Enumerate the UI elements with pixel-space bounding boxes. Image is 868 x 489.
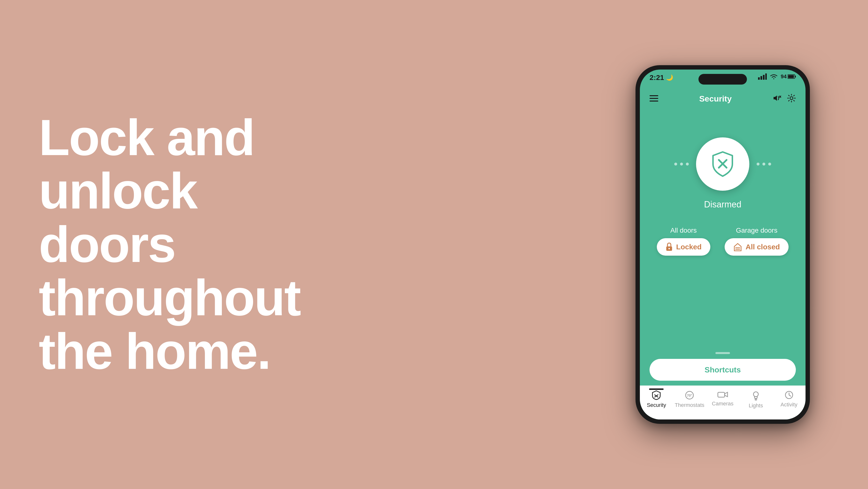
settings-button[interactable] — [787, 94, 796, 104]
battery-percent: 94 — [781, 74, 786, 80]
menu-button[interactable] — [650, 94, 658, 104]
lights-nav-icon — [751, 391, 760, 401]
svg-point-12 — [790, 97, 793, 99]
cameras-nav-label: Cameras — [712, 401, 733, 407]
lights-nav-label: Lights — [749, 402, 763, 409]
nav-item-activity[interactable]: Activity — [772, 391, 806, 408]
svg-rect-2 — [763, 75, 765, 80]
svg-rect-9 — [650, 100, 658, 102]
dots-right — [756, 163, 771, 166]
status-time: 2:21 🌙 — [650, 74, 673, 82]
thermostats-nav-icon: 70° — [685, 391, 694, 400]
nav-item-thermostats[interactable]: 70° Thermostats — [673, 391, 706, 408]
main-content: Disarmed All doors Locked — [640, 108, 806, 359]
shield-x-icon — [711, 151, 735, 177]
lock-icon — [665, 242, 673, 251]
dynamic-island — [699, 74, 747, 85]
nav-item-lights[interactable]: Lights — [739, 391, 772, 409]
svg-rect-0 — [758, 77, 760, 80]
thermostats-nav-label: Thermostats — [675, 402, 704, 408]
activity-nav-label: Activity — [781, 402, 798, 408]
page-title: Security — [699, 94, 732, 104]
security-status-label: Disarmed — [704, 199, 741, 210]
signal-icon — [758, 74, 767, 80]
doors-section: All doors Locked Garage doors — [650, 227, 796, 256]
svg-text:70°: 70° — [687, 394, 692, 397]
left-text-section: Lock and unlock doors throughout the hom… — [0, 111, 601, 378]
garage-doors-status: All closed — [745, 243, 780, 251]
app-header: Security — [640, 89, 806, 108]
phone-device: 2:21 🌙 — [636, 65, 810, 424]
activity-nav-icon — [784, 391, 794, 400]
svg-rect-1 — [761, 76, 762, 80]
header-actions — [773, 94, 796, 104]
svg-rect-6 — [788, 75, 794, 78]
shortcuts-button[interactable]: Shortcuts — [650, 359, 796, 381]
dots-left — [674, 163, 689, 166]
security-status-section — [674, 137, 771, 191]
headline: Lock and unlock doors throughout the hom… — [39, 111, 300, 378]
volume-button[interactable] — [773, 94, 781, 103]
bottom-nav: Security 70° Thermostats — [640, 385, 806, 420]
security-nav-icon — [651, 391, 661, 400]
svg-rect-18 — [735, 249, 740, 250]
all-doors-status: Locked — [676, 243, 702, 251]
svg-rect-3 — [765, 74, 767, 80]
garage-doors-button[interactable]: All closed — [724, 238, 788, 256]
shortcuts-label: Shortcuts — [705, 366, 741, 374]
status-icons: 94 — [758, 74, 796, 80]
wifi-icon — [770, 74, 778, 80]
svg-point-24 — [753, 392, 758, 397]
svg-rect-7 — [650, 95, 658, 96]
scroll-indicator — [715, 352, 730, 354]
garage-icon — [733, 242, 742, 251]
svg-point-16 — [669, 248, 670, 249]
garage-doors-item: Garage doors All closed — [724, 227, 788, 256]
svg-rect-5 — [795, 76, 796, 78]
nav-item-cameras[interactable]: Cameras — [706, 391, 739, 407]
phone-container: 2:21 🌙 — [601, 65, 868, 424]
battery-group: 94 — [781, 74, 796, 80]
cameras-nav-icon — [717, 391, 728, 399]
moon-icon: 🌙 — [666, 74, 673, 81]
security-nav-label: Security — [647, 402, 666, 408]
battery-icon — [787, 74, 796, 79]
all-doors-item: All doors Locked — [657, 227, 710, 256]
svg-rect-8 — [650, 98, 658, 99]
security-circle-button[interactable] — [696, 137, 749, 191]
svg-rect-17 — [735, 248, 740, 248]
all-doors-label: All doors — [671, 227, 697, 234]
garage-doors-label: Garage doors — [736, 227, 777, 234]
svg-rect-23 — [718, 392, 724, 397]
phone-screen: 2:21 🌙 — [640, 69, 806, 420]
all-doors-button[interactable]: Locked — [657, 238, 710, 256]
active-indicator — [649, 389, 663, 390]
nav-item-security[interactable]: Security — [640, 391, 673, 408]
